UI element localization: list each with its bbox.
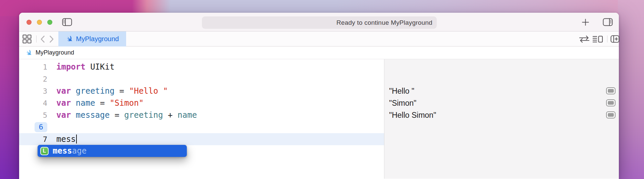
selected-line-number: 6 xyxy=(35,122,47,132)
activity-viewer: Ready to continue MyPlayground xyxy=(202,16,437,29)
minimize-button[interactable] xyxy=(37,20,42,25)
go-forward-icon[interactable] xyxy=(49,31,54,47)
divider xyxy=(607,35,607,42)
show-result-fill xyxy=(608,113,614,117)
completion-kind-local-icon: L xyxy=(40,147,49,155)
tab-bar: MyPlayground xyxy=(19,31,619,47)
jump-bar[interactable]: MyPlayground xyxy=(19,47,619,59)
line-number: 3 xyxy=(19,87,47,95)
swift-icon xyxy=(66,35,73,43)
result-row: "Hello Simon" xyxy=(384,109,619,121)
related-items-swap-icon[interactable] xyxy=(579,31,590,47)
divider xyxy=(36,35,37,42)
editor-line-3[interactable]: 3var greeting = "Hello " xyxy=(19,85,384,97)
close-button[interactable] xyxy=(26,20,32,25)
completion-matched-text: mess xyxy=(53,146,72,156)
go-back-icon[interactable] xyxy=(40,31,46,47)
result-value: "Simon" xyxy=(389,99,417,108)
editor-line-1[interactable]: 1import UIKit xyxy=(19,61,384,73)
show-result-fill xyxy=(608,101,614,105)
editor-options-icon[interactable] xyxy=(592,31,603,47)
editor-line-2[interactable]: 2 xyxy=(19,73,384,85)
result-value: "Hello " xyxy=(389,87,414,96)
show-result-fill xyxy=(608,89,614,93)
editor-line-6[interactable]: 6 xyxy=(19,121,384,133)
editor-line-5[interactable]: 5var message = greeting + name xyxy=(19,109,384,121)
screenshot-root: Ready to continue MyPlayground xyxy=(0,0,644,179)
code-text: mess xyxy=(47,135,77,144)
completion-suggestion: message xyxy=(53,146,87,156)
editor-line-7[interactable]: 7mess xyxy=(19,133,384,145)
code-text: var greeting = "Hello " xyxy=(47,86,168,96)
line-number: 1 xyxy=(19,63,47,71)
desktop-wallpaper-right xyxy=(618,0,644,179)
xcode-window: Ready to continue MyPlayground xyxy=(19,13,619,179)
show-result-button[interactable] xyxy=(606,87,615,94)
toggle-inspector-icon[interactable] xyxy=(603,13,613,31)
swift-icon xyxy=(25,49,33,57)
line-number: 6 xyxy=(19,122,47,132)
result-value: "Hello Simon" xyxy=(389,111,436,120)
add-editor-icon[interactable] xyxy=(610,31,620,47)
text-cursor xyxy=(76,135,77,144)
jump-bar-file-label: MyPlayground xyxy=(36,49,74,56)
tab-label: MyPlayground xyxy=(76,35,119,43)
line-number: 4 xyxy=(19,99,47,107)
show-result-button[interactable] xyxy=(606,99,615,106)
show-result-button[interactable] xyxy=(606,111,615,118)
code-text: import UIKit xyxy=(47,62,114,72)
code-text: var message = greeting + name xyxy=(47,110,197,120)
completion-remainder-text: age xyxy=(72,146,87,156)
add-tab-icon[interactable] xyxy=(582,13,589,31)
result-row: "Hello " xyxy=(384,85,619,97)
editor-grid-icon[interactable] xyxy=(22,31,32,47)
tab-myplayground[interactable]: MyPlayground xyxy=(58,31,126,47)
zoom-button[interactable] xyxy=(47,20,52,25)
line-number: 5 xyxy=(19,111,47,119)
line-number: 7 xyxy=(19,135,47,144)
line-number: 2 xyxy=(19,75,47,83)
editor-line-4[interactable]: 4var name = "Simon" xyxy=(19,97,384,109)
toolbar: Ready to continue MyPlayground xyxy=(19,13,619,31)
activity-status-text: Ready to continue MyPlayground xyxy=(336,19,432,26)
autocomplete-popup[interactable]: L message xyxy=(38,145,187,157)
code-text: var name = "Simon" xyxy=(47,98,144,108)
playground-results-sidebar: "Hello ""Simon""Hello Simon" xyxy=(384,59,619,179)
result-row: "Simon" xyxy=(384,97,619,109)
source-editor[interactable]: 1import UIKit23var greeting = "Hello "4v… xyxy=(19,59,384,179)
editor-area: 1import UIKit23var greeting = "Hello "4v… xyxy=(19,59,619,179)
toggle-navigator-icon[interactable] xyxy=(62,13,72,31)
